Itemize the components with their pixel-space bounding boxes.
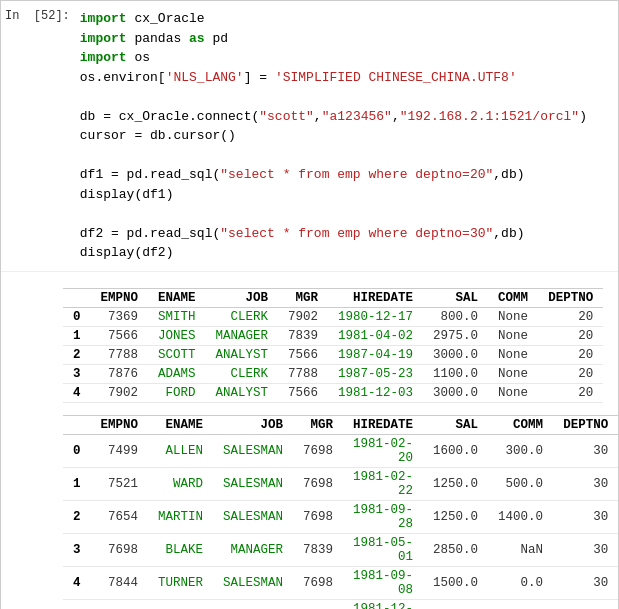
col-header-empno: EMPNO bbox=[91, 415, 149, 434]
code-line-10: display(df1) bbox=[80, 185, 610, 205]
table-cell: 1981-05-01 bbox=[343, 533, 423, 566]
table-cell: SMITH bbox=[148, 307, 206, 326]
dataframe-table-1: EMPNO ENAME JOB MGR HIREDATE SAL COMM DE… bbox=[63, 288, 603, 403]
table-cell: 30 bbox=[553, 533, 618, 566]
code-line-1: import cx_Oracle bbox=[80, 9, 610, 29]
col-header-mgr: MGR bbox=[293, 415, 343, 434]
table-cell: FORD bbox=[148, 383, 206, 402]
table-cell: CLERK bbox=[206, 307, 279, 326]
table-cell: 7698 bbox=[293, 566, 343, 599]
table-cell: 1981-02-20 bbox=[343, 434, 423, 467]
code-line-12: df2 = pd.read_sql("select * from emp whe… bbox=[80, 224, 610, 244]
table-cell: 7698 bbox=[293, 434, 343, 467]
table-cell: None bbox=[488, 364, 538, 383]
table-cell: 7788 bbox=[278, 364, 328, 383]
table-cell: 1981-02-22 bbox=[343, 467, 423, 500]
table-cell: 7499 bbox=[91, 434, 149, 467]
table-cell: 1987-04-19 bbox=[328, 345, 423, 364]
table-cell: 4 bbox=[63, 566, 91, 599]
table-cell: 7698 bbox=[293, 599, 343, 609]
table-cell: NaN bbox=[488, 599, 553, 609]
code-line-9: df1 = pd.read_sql("select * from emp whe… bbox=[80, 165, 610, 185]
table-cell: 1 bbox=[63, 467, 91, 500]
table-cell: 500.0 bbox=[488, 467, 553, 500]
dataframe-table-2: EMPNO ENAME JOB MGR HIREDATE SAL COMM DE… bbox=[63, 415, 618, 610]
table-cell: 7902 bbox=[91, 383, 149, 402]
table-cell: 1600.0 bbox=[423, 434, 488, 467]
table-cell: 30 bbox=[553, 500, 618, 533]
table-cell: 20 bbox=[538, 307, 603, 326]
table-cell: 7900 bbox=[91, 599, 149, 609]
table-row: 57900JAMESCLERK76981981-12-03950.0NaN30 bbox=[63, 599, 618, 609]
table-cell: 3000.0 bbox=[423, 383, 488, 402]
table-row: 37698BLAKEMANAGER78391981-05-012850.0NaN… bbox=[63, 533, 618, 566]
table-cell: 3000.0 bbox=[423, 345, 488, 364]
table-cell: 7839 bbox=[293, 533, 343, 566]
table-cell: ANALYST bbox=[206, 345, 279, 364]
table-cell: 2 bbox=[63, 345, 91, 364]
code-line-3: import os bbox=[80, 48, 610, 68]
table-cell: 1100.0 bbox=[423, 364, 488, 383]
table-cell: 7566 bbox=[278, 383, 328, 402]
table-cell: 7698 bbox=[293, 500, 343, 533]
code-line-13: display(df2) bbox=[80, 243, 610, 263]
col-header-comm: COMM bbox=[488, 288, 538, 307]
table-cell: SALESMAN bbox=[213, 566, 293, 599]
code-line-6: db = cx_Oracle.connect("scott","a123456"… bbox=[80, 107, 610, 127]
table-cell: None bbox=[488, 307, 538, 326]
col-header-job: JOB bbox=[213, 415, 293, 434]
table-cell: 30 bbox=[553, 434, 618, 467]
col-header-hiredate: HIREDATE bbox=[328, 288, 423, 307]
table-cell: 0 bbox=[63, 434, 91, 467]
col-header-sal: SAL bbox=[423, 415, 488, 434]
col-header-empno: EMPNO bbox=[91, 288, 149, 307]
col-header-deptno: DEPTNO bbox=[538, 288, 603, 307]
table-cell: CLERK bbox=[206, 364, 279, 383]
table-cell: SALESMAN bbox=[213, 500, 293, 533]
table-row: 47902FORDANALYST75661981-12-033000.0None… bbox=[63, 383, 603, 402]
table-cell: 7844 bbox=[91, 566, 149, 599]
code-line-8 bbox=[80, 146, 610, 166]
cell-output: EMPNO ENAME JOB MGR HIREDATE SAL COMM DE… bbox=[1, 272, 618, 610]
table-cell: 7566 bbox=[91, 326, 149, 345]
table-cell: 7654 bbox=[91, 500, 149, 533]
table-cell: WARD bbox=[148, 467, 213, 500]
table-cell: 800.0 bbox=[423, 307, 488, 326]
table-row: 27654MARTINSALESMAN76981981-09-281250.01… bbox=[63, 500, 618, 533]
table-cell: 20 bbox=[538, 326, 603, 345]
table-cell: None bbox=[488, 383, 538, 402]
table-row: 17521WARDSALESMAN76981981-02-221250.0500… bbox=[63, 467, 618, 500]
table-cell: 1 bbox=[63, 326, 91, 345]
table-cell: 1250.0 bbox=[423, 500, 488, 533]
table-row: 07499ALLENSALESMAN76981981-02-201600.030… bbox=[63, 434, 618, 467]
table-cell: 1981-09-08 bbox=[343, 566, 423, 599]
col-header-hiredate: HIREDATE bbox=[343, 415, 423, 434]
table-cell: 300.0 bbox=[488, 434, 553, 467]
table-cell: MARTIN bbox=[148, 500, 213, 533]
cell-label: In [52]: bbox=[1, 1, 76, 271]
table-cell: None bbox=[488, 326, 538, 345]
table-cell: 1250.0 bbox=[423, 467, 488, 500]
table-cell: JAMES bbox=[148, 599, 213, 609]
table-cell: 1500.0 bbox=[423, 566, 488, 599]
table-cell: 2 bbox=[63, 500, 91, 533]
table-cell: 0 bbox=[63, 307, 91, 326]
table-cell: None bbox=[488, 345, 538, 364]
table-cell: 7521 bbox=[91, 467, 149, 500]
table-cell: 1400.0 bbox=[488, 500, 553, 533]
cell-input: In [52]: import cx_Oracle import pandas … bbox=[1, 1, 618, 272]
code-line-7: cursor = db.cursor() bbox=[80, 126, 610, 146]
table-cell: 1981-09-28 bbox=[343, 500, 423, 533]
table-cell: CLERK bbox=[213, 599, 293, 609]
col-header-ename: ENAME bbox=[148, 415, 213, 434]
col-header-index bbox=[63, 288, 91, 307]
table-cell: 30 bbox=[553, 467, 618, 500]
table-cell: BLAKE bbox=[148, 533, 213, 566]
table-cell: 1981-04-02 bbox=[328, 326, 423, 345]
table-cell: 2975.0 bbox=[423, 326, 488, 345]
col-header-sal: SAL bbox=[423, 288, 488, 307]
code-line-2: import pandas as pd bbox=[80, 29, 610, 49]
table-cell: 7698 bbox=[293, 467, 343, 500]
table-cell: 1987-05-23 bbox=[328, 364, 423, 383]
table-row: 27788SCOTTANALYST75661987-04-193000.0Non… bbox=[63, 345, 603, 364]
